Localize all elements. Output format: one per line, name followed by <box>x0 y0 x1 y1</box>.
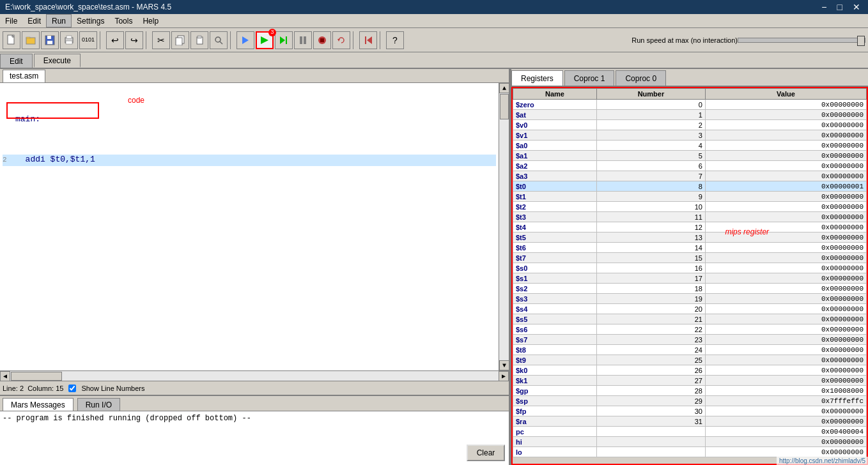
table-row: $t7150x00000000 <box>513 253 867 263</box>
code-line-2: 2 addi $t0,$t1,1 <box>3 155 496 166</box>
stop-button[interactable] <box>313 31 331 49</box>
register-value: 0x00000000 <box>705 324 866 335</box>
menu-edit[interactable]: Edit <box>22 14 46 27</box>
pause-button[interactable] <box>294 31 312 49</box>
table-row: $s4200x00000000 <box>513 304 867 314</box>
undo-button[interactable]: ↩ <box>106 31 124 49</box>
register-number: 9 <box>596 192 705 202</box>
svg-rect-10 <box>66 41 72 44</box>
register-name: hi <box>513 437 597 447</box>
reset-button[interactable] <box>332 31 350 49</box>
tab-coproc0[interactable]: Coproc 0 <box>616 70 666 86</box>
register-name: $a0 <box>513 141 597 151</box>
tab-edit[interactable]: Edit <box>0 54 33 68</box>
register-name: $a3 <box>513 171 597 181</box>
scroll-left-button[interactable]: ◀ <box>0 371 10 381</box>
find-button[interactable] <box>210 31 228 49</box>
new-file-button[interactable] <box>3 31 20 49</box>
save-file-button[interactable] <box>41 31 59 49</box>
register-name: $zero <box>513 100 597 110</box>
run-speed-thumb[interactable] <box>857 36 865 46</box>
menu-run[interactable]: Run <box>46 14 72 27</box>
table-row: $k0260x00000000 <box>513 365 867 376</box>
register-value: 0x00000000 <box>705 263 866 273</box>
register-name: $a1 <box>513 151 597 161</box>
scroll-thumb[interactable] <box>500 94 509 119</box>
table-row: $s3190x00000000 <box>513 294 867 304</box>
maximize-button[interactable]: □ <box>835 2 845 12</box>
table-row: $ra310x00000000 <box>513 416 867 427</box>
step-button[interactable] <box>275 31 293 49</box>
register-number: 5 <box>596 151 705 161</box>
hscroll-thumb[interactable] <box>11 372 62 381</box>
minimize-button[interactable]: − <box>819 2 829 12</box>
table-row: $t2100x00000000 <box>513 202 867 212</box>
code-content[interactable]: main: 2 addi $t0,$t1,1 code <box>0 83 499 370</box>
hscroll-track[interactable] <box>10 371 499 381</box>
register-value: 0x00000000 <box>705 192 866 202</box>
col-value: Value <box>705 89 866 100</box>
scroll-down-button[interactable]: ▼ <box>499 360 509 370</box>
menu-file[interactable]: File <box>0 14 22 27</box>
scroll-right-button[interactable]: ▶ <box>499 371 509 381</box>
toolbar: 0101 ↩ ↪ ✂ 3 <box>0 28 868 52</box>
table-row: $s1170x00000000 <box>513 273 867 284</box>
cut-button[interactable]: ✂ <box>152 31 170 49</box>
open-file-button[interactable] <box>22 31 40 49</box>
register-value: 0x00000000 <box>705 304 866 314</box>
tab-mars-messages[interactable]: Mars Messages <box>3 398 74 411</box>
toolbar-separator-3 <box>230 31 234 49</box>
close-button[interactable]: ✕ <box>850 2 863 12</box>
paste-button[interactable] <box>190 31 208 49</box>
watermark: http://blog.csdn.net/zhimladv/5 <box>777 457 868 465</box>
run-speed-track[interactable] <box>738 38 865 43</box>
menu-tools[interactable]: Tools <box>109 14 137 27</box>
register-value: 0x00400004 <box>705 427 866 437</box>
show-line-numbers-label[interactable]: Show Line Numbers <box>81 385 144 392</box>
show-line-numbers-checkbox[interactable] <box>68 385 76 392</box>
menu-settings[interactable]: Settings <box>72 14 109 27</box>
svg-point-15 <box>215 37 221 42</box>
assemble-button[interactable] <box>236 31 254 49</box>
svg-rect-6 <box>47 36 51 39</box>
svg-rect-24 <box>320 38 324 42</box>
register-value: 0x00000000 <box>705 171 866 181</box>
register-value: 0x00000000 <box>705 141 866 151</box>
register-value: 0x00000000 <box>705 202 866 212</box>
file-tab: test.asm <box>0 69 509 83</box>
register-name: $k0 <box>513 365 597 376</box>
register-value: 0x00000000 <box>705 365 866 376</box>
tab-run-io[interactable]: Run I/O <box>77 398 120 411</box>
clear-button[interactable]: Clear <box>467 445 505 461</box>
back-step-button[interactable] <box>359 31 377 49</box>
menu-help[interactable]: Help <box>137 14 164 27</box>
svg-marker-26 <box>367 36 372 44</box>
tab-registers[interactable]: Registers <box>511 70 563 86</box>
scroll-track[interactable] <box>499 93 509 360</box>
table-row: $v020x00000000 <box>513 120 867 130</box>
right-panel: Registers Coproc 1 Coproc 0 mips registe… <box>510 69 868 465</box>
code-editor[interactable]: main: 2 addi $t0,$t1,1 code <box>0 83 509 370</box>
register-number <box>596 437 705 447</box>
register-name: lo <box>513 447 597 457</box>
file-tab-name[interactable]: test.asm <box>3 70 45 82</box>
register-name: $a2 <box>513 161 597 171</box>
register-box: mips register Name Number Value $zero00x… <box>511 87 868 465</box>
run-badge: 3 <box>268 29 276 36</box>
tab-execute[interactable]: Execute <box>34 54 81 68</box>
register-table-body: $zero00x00000000$at10x00000000$v020x0000… <box>513 100 867 457</box>
redo-button[interactable]: ↪ <box>125 31 143 49</box>
register-name: $at <box>513 110 597 120</box>
register-number: 26 <box>596 365 705 376</box>
help-button[interactable]: ? <box>386 31 404 49</box>
svg-marker-18 <box>261 36 268 44</box>
print-button[interactable] <box>60 31 78 49</box>
register-number: 27 <box>596 376 705 386</box>
tab-coproc1[interactable]: Coproc 1 <box>564 70 615 86</box>
copy-button[interactable] <box>171 31 189 49</box>
binary-edit-button[interactable]: 0101 <box>79 31 97 49</box>
scroll-up-button[interactable]: ▲ <box>499 83 509 93</box>
toolbar-separator-5 <box>380 31 384 49</box>
status-line-col: Line: 2 Column: 15 <box>3 385 63 392</box>
table-row: $a040x00000000 <box>513 141 867 151</box>
